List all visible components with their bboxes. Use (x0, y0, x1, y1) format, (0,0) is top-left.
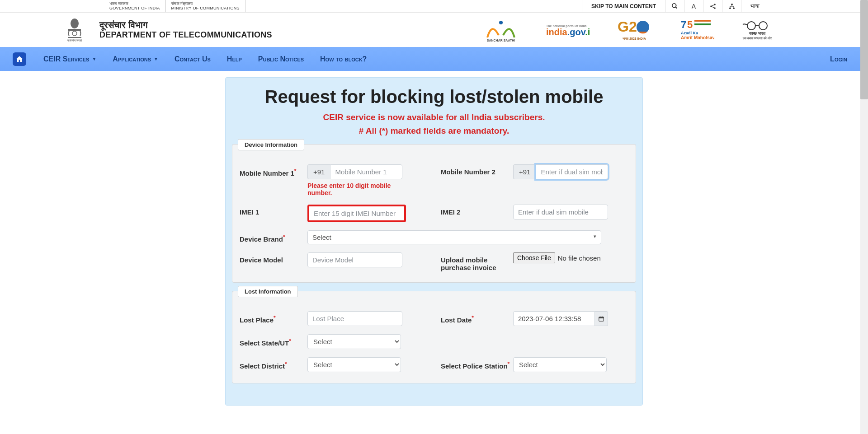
page-subtitle-2: # All (*) marked fields are mandatory. (226, 126, 642, 136)
page-subtitle-1: CEIR service is now available for all In… (226, 112, 642, 122)
svg-point-8 (71, 19, 79, 28)
page-title: Request for blocking lost/stolen mobile (226, 87, 642, 107)
imei2-label: IMEI 2 (441, 205, 513, 216)
azadi-logo[interactable]: 75Azadi KaAmrit Mahotsav (679, 17, 714, 42)
section-legend: Lost Information (238, 286, 298, 297)
mobile1-input[interactable] (330, 164, 402, 179)
department-title: दूरसंचार विभाग DEPARTMENT OF TELECOMMUNI… (99, 20, 272, 40)
nav-login[interactable]: Login (822, 55, 855, 63)
nav-label: CEIR Services (43, 55, 89, 63)
choose-file-button[interactable]: Choose File (513, 252, 555, 263)
lost-info-section: Lost Information Lost Place* Lost Date* (232, 291, 636, 383)
vertical-scrollbar[interactable] (860, 0, 868, 406)
ministry-eng: MINISTRY OF COMMUNICATIONS (171, 6, 240, 11)
svg-rect-6 (729, 7, 731, 9)
gov-of-india: भारत सरकार GOVERNMENT OF INDIA (104, 0, 166, 12)
mobile1-label: Mobile Number 1* (240, 164, 307, 177)
svg-rect-7 (733, 7, 735, 9)
scrollbar-thumb[interactable] (860, 0, 868, 99)
india-gov-logo[interactable]: The national portal of Indiaindia.gov.in (546, 17, 590, 42)
nav-help[interactable]: Help (219, 55, 250, 63)
district-label: Select District* (240, 357, 307, 370)
nav-contact[interactable]: Contact Us (166, 55, 219, 63)
nav-label: Applications (113, 55, 151, 63)
site-header: सत्यमेव जयते दूरसंचार विभाग DEPARTMENT O… (0, 13, 868, 47)
model-label: Device Model (240, 252, 307, 264)
svg-text:स्वच्छ भारत: स्वच्छ भारत (749, 31, 766, 36)
svg-point-0 (672, 4, 676, 8)
font-size-icon[interactable]: A (684, 0, 703, 12)
svg-text:Azadi Ka: Azadi Ka (681, 31, 698, 35)
svg-rect-22 (694, 22, 711, 23)
swachh-bharat-logo[interactable]: स्वच्छ भारतएक कदम स्वच्छता की ओर (741, 17, 773, 42)
police-label: Select Police Station* (441, 357, 513, 370)
ministry-of-comm: संचार मंत्रालय MINISTRY OF COMMUNICATION… (166, 0, 245, 12)
partner-logos: SANCHAR SAATHI The national portal of In… (483, 17, 773, 42)
svg-point-17 (637, 21, 649, 33)
svg-text:G2: G2 (618, 19, 637, 35)
imei2-input[interactable] (513, 205, 608, 219)
calendar-icon[interactable] (595, 311, 608, 326)
device-info-section: Device Information Mobile Number 1* +91 … (232, 144, 636, 283)
svg-text:5: 5 (687, 19, 693, 30)
svg-rect-5 (731, 4, 733, 5)
dept-hindi: दूरसंचार विभाग (99, 20, 272, 30)
svg-point-10 (72, 31, 77, 36)
lost-date-input[interactable] (513, 311, 595, 326)
svg-point-26 (747, 22, 755, 30)
model-input[interactable] (307, 252, 402, 267)
upload-label: Upload mobile purchase invoice (441, 252, 513, 271)
svg-text:Amrit Mahotsav: Amrit Mahotsav (681, 35, 714, 40)
svg-rect-21 (694, 20, 711, 22)
imei1-label: IMEI 1 (240, 205, 307, 216)
language-selector[interactable]: भाषा (741, 0, 769, 12)
national-emblem: सत्यमेव जयते (63, 16, 86, 43)
search-icon[interactable] (665, 0, 684, 12)
svg-rect-31 (599, 317, 604, 318)
district-select[interactable]: Select (307, 357, 401, 372)
svg-rect-9 (68, 29, 81, 31)
skip-to-content-link[interactable]: SKIP TO MAIN CONTENT (582, 0, 665, 12)
brand-label: Device Brand* (240, 230, 307, 243)
svg-text:SANCHAR SAATHI: SANCHAR SAATHI (487, 39, 515, 42)
svg-point-27 (759, 22, 767, 30)
mobile2-input[interactable] (536, 164, 608, 179)
form-card: Request for blocking lost/stolen mobile … (225, 77, 643, 406)
lost-place-input[interactable] (307, 311, 402, 326)
svg-text:एक कदम स्वच्छता की ओर: एक कदम स्वच्छता की ओर (742, 36, 773, 40)
sitemap-icon[interactable] (722, 0, 741, 12)
emblem-caption: सत्यमेव जयते (67, 39, 82, 42)
police-select[interactable]: Select (513, 357, 607, 372)
sanchar-saathi-logo[interactable]: SANCHAR SAATHI (483, 17, 519, 42)
chevron-down-icon: ▼ (92, 56, 96, 61)
brand-select[interactable]: Select (307, 230, 601, 244)
mobile1-error: Please enter 10 digit mobile number. (307, 182, 402, 196)
lost-date-label: Lost Date* (441, 311, 513, 324)
file-status: No file chosen (558, 254, 601, 262)
state-label: Select State/UT* (240, 334, 307, 347)
top-utility-bar: भारत सरकार GOVERNMENT OF INDIA संचार मंत… (0, 0, 868, 13)
gov-eng: GOVERNMENT OF INDIA (109, 6, 160, 11)
home-icon[interactable] (13, 52, 26, 66)
country-code-prefix: +91 (307, 164, 330, 179)
svg-text:भारत 2023 INDIA: भारत 2023 INDIA (622, 37, 646, 40)
imei1-input[interactable] (307, 205, 406, 222)
main-nav: CEIR Services ▼ Applications ▼ Contact U… (0, 47, 868, 71)
state-select[interactable]: Select (307, 334, 401, 349)
svg-rect-11 (68, 37, 81, 38)
nav-public-notices[interactable]: Public Notices (250, 55, 312, 63)
svg-text:7: 7 (681, 19, 686, 30)
nav-applications[interactable]: Applications ▼ (104, 55, 166, 63)
g20-logo[interactable]: G2भारत 2023 INDIA (617, 17, 652, 42)
nav-ceir-services[interactable]: CEIR Services ▼ (35, 55, 104, 63)
chevron-down-icon: ▼ (154, 56, 158, 61)
mobile2-label: Mobile Number 2 (441, 164, 513, 176)
dept-eng: DEPARTMENT OF TELECOMMUNICATIONS (99, 30, 272, 40)
section-legend: Device Information (238, 139, 304, 150)
lost-place-label: Lost Place* (240, 311, 307, 324)
nav-how-to-block[interactable]: How to block? (312, 55, 375, 63)
svg-rect-23 (694, 23, 711, 25)
svg-text:india.gov.in: india.gov.in (546, 27, 590, 37)
share-icon[interactable] (703, 0, 722, 12)
svg-line-1 (675, 7, 677, 8)
